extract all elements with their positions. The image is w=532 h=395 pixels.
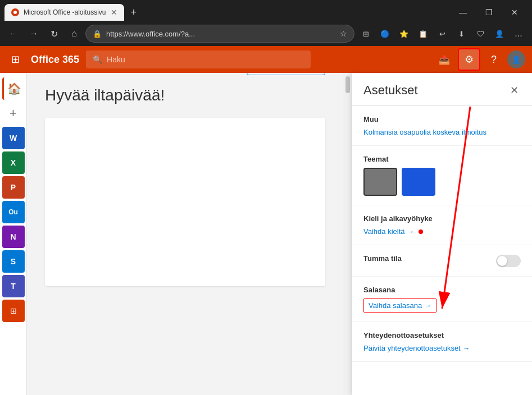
sidebar-item-powerpoint[interactable]: P [2, 176, 25, 199]
sidebar-item-excel[interactable]: X [2, 151, 25, 174]
left-sidebar: 🏠 + W X P Ou N S T ⊞ [0, 73, 27, 395]
red-dot-indicator [419, 229, 423, 234]
settings-header: Asetukset ✕ [352, 73, 532, 106]
nav-right-buttons: ⊞ 🔵 ⭐ 📋 ↩ ⬇ 🛡 👤 ... [357, 25, 528, 43]
star-icon: ☆ [340, 29, 347, 38]
browser-tab[interactable]: Microsoft Office -aloitussivu ✕ [4, 4, 124, 21]
settings-close-button[interactable]: ✕ [508, 82, 521, 99]
sidebar-item-add[interactable]: + [2, 102, 25, 125]
fav-button[interactable]: ⭐ [395, 25, 413, 43]
theme-blue-swatch[interactable] [402, 168, 435, 196]
tab-title: Microsoft Office -aloitussivu [24, 8, 106, 16]
dark-mode-toggle[interactable] [496, 255, 521, 267]
sidebar-item-teams[interactable]: T [2, 275, 25, 297]
account-button[interactable]: 👤 [490, 25, 508, 43]
sidebar-item-word[interactable]: W [2, 127, 25, 149]
settings-section-other: Muu Kolmansia osapuolia koskeva ilmoitus [352, 106, 532, 146]
third-party-link[interactable]: Kolmansia osapuolia koskeva ilmoitus [363, 128, 521, 136]
scrollbar[interactable] [343, 73, 352, 395]
greeting-text: Hyvää iltapäivää! [45, 86, 325, 104]
language-row: Vaihda kieltä → [363, 227, 521, 236]
minimize-button[interactable]: — [450, 4, 476, 21]
window-controls: — ❐ ✕ [450, 4, 528, 21]
toggle-thumb [497, 256, 507, 266]
app-grid-button[interactable]: ⊞ [7, 49, 24, 70]
sidebar-item-sharepoint[interactable]: S [2, 250, 25, 273]
shield-button[interactable]: 🛡 [471, 25, 489, 43]
change-language-link[interactable]: Vaihda kieltä → [363, 227, 414, 236]
download-button[interactable]: ⬇ [452, 25, 470, 43]
settings-section-password: Salasana Vaihda salasana → [352, 277, 532, 322]
tab-favicon [11, 8, 19, 16]
tab-close-icon[interactable]: ✕ [111, 8, 117, 17]
section-label-themes: Teemat [363, 155, 521, 163]
settings-section-themes: Teemat [352, 146, 532, 205]
app-title: Office 365 [31, 54, 79, 66]
app-bar-right: 📤 ⚙ ? 👤 [433, 48, 525, 71]
section-label-other: Muu [363, 115, 521, 123]
main-layout: 🏠 + W X P Ou N S T ⊞ Asenna Office ∨ Hyv… [0, 73, 532, 395]
content-card [45, 118, 325, 286]
scroll-thumb[interactable] [345, 76, 350, 93]
settings-section-contact: Yhteydenottoasetukset Päivitä yhteydenot… [352, 322, 532, 362]
settings-panel: Asetukset ✕ Muu Kolmansia osapuolia kosk… [352, 73, 532, 395]
help-button[interactable]: ? [483, 48, 505, 71]
theme-gray-swatch[interactable] [363, 168, 397, 196]
new-tab-button[interactable]: + [126, 7, 142, 19]
change-password-link[interactable]: Vaihda salasana → [363, 298, 436, 313]
history-button[interactable]: ↩ [433, 25, 451, 43]
dark-mode-row: Tumma tila [363, 254, 521, 267]
nav-bar: ← → ↻ ⌂ 🔒 https://www.office.com/?a... ☆… [0, 21, 532, 46]
section-label-password: Salasana [363, 286, 521, 294]
settings-button[interactable]: ⚙ [458, 48, 480, 71]
refresh-button[interactable]: ↻ [45, 25, 63, 43]
maximize-button[interactable]: ❐ [476, 4, 502, 21]
search-icon: 🔍 [93, 55, 102, 64]
settings-title: Asetukset [363, 83, 418, 98]
section-label-dark-mode: Tumma tila [363, 254, 402, 263]
avatar-button[interactable]: 👤 [507, 50, 525, 68]
address-text: https://www.office.com/?a... [106, 30, 335, 38]
back-button[interactable]: ← [4, 25, 22, 43]
collections-button[interactable]: 📋 [414, 25, 432, 43]
share-button[interactable]: 📤 [433, 48, 456, 71]
close-window-button[interactable]: ✕ [502, 4, 528, 21]
update-contact-link[interactable]: Päivitä yhteydenottoasetukset → [363, 344, 521, 352]
install-office-button[interactable]: Asenna Office ∨ [247, 73, 325, 75]
profile-icon[interactable]: 🔵 [376, 25, 394, 43]
search-box[interactable]: 🔍 [86, 50, 311, 68]
content-area: Asenna Office ∨ Hyvää iltapäivää! [27, 73, 343, 395]
sidebar-item-outlook[interactable]: Ou [2, 201, 25, 223]
forward-button[interactable]: → [25, 25, 43, 43]
more-button[interactable]: ... [510, 25, 528, 43]
app-bar: ⊞ Office 365 🔍 📤 ⚙ ? 👤 [0, 46, 532, 73]
sidebar-item-onenote[interactable]: N [2, 226, 25, 248]
sidebar-item-all-apps[interactable]: ⊞ [2, 300, 25, 322]
settings-section-dark-mode: Tumma tila [352, 245, 532, 277]
sidebar-item-home[interactable]: 🏠 [2, 77, 25, 100]
search-input[interactable] [107, 55, 304, 64]
lock-icon: 🔒 [93, 30, 102, 38]
themes-row [363, 168, 521, 196]
settings-section-language: Kieli ja aikavyöhyke Vaihda kieltä → [352, 205, 532, 245]
home-button[interactable]: ⌂ [65, 25, 83, 43]
tab-bar: Microsoft Office -aloitussivu ✕ + — ❐ ✕ [0, 0, 532, 21]
section-label-contact: Yhteydenottoasetukset [363, 331, 521, 339]
extensions-button[interactable]: ⊞ [357, 25, 375, 43]
section-label-language: Kieli ja aikavyöhyke [363, 214, 521, 223]
address-bar[interactable]: 🔒 https://www.office.com/?a... ☆ [85, 25, 354, 43]
